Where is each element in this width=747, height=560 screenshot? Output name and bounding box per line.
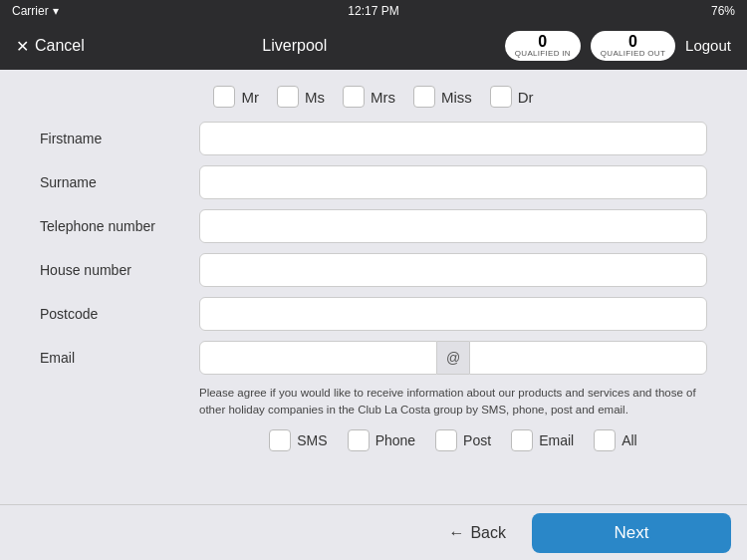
consent-email[interactable]: Email bbox=[511, 429, 574, 451]
postcode-label: Postcode bbox=[40, 306, 199, 322]
surname-row: Surname bbox=[40, 165, 707, 199]
qualified-in-value: 0 bbox=[538, 33, 547, 51]
wifi-icon: ▾ bbox=[53, 4, 59, 18]
title-option-dr[interactable]: Dr bbox=[490, 86, 534, 108]
email-domain-input[interactable] bbox=[469, 341, 707, 375]
consent-sms[interactable]: SMS bbox=[269, 429, 327, 451]
telephone-row: Telephone number bbox=[40, 209, 707, 243]
surname-label: Surname bbox=[40, 174, 199, 190]
consent-post[interactable]: Post bbox=[435, 429, 491, 451]
logout-button[interactable]: Logout bbox=[685, 37, 731, 54]
firstname-input[interactable] bbox=[199, 122, 707, 155]
checkbox-sms[interactable] bbox=[269, 429, 291, 451]
nav-right: 0 QUALIFIED IN 0 QUALIFIED OUT Logout bbox=[505, 31, 731, 61]
next-button[interactable]: Next bbox=[532, 513, 731, 553]
label-sms: SMS bbox=[297, 432, 327, 448]
checkbox-post[interactable] bbox=[435, 429, 457, 451]
at-symbol: @ bbox=[437, 341, 469, 375]
checkbox-mr[interactable] bbox=[213, 86, 235, 108]
checkbox-miss[interactable] bbox=[413, 86, 435, 108]
title-option-mrs[interactable]: Mrs bbox=[343, 86, 395, 108]
qualified-out-badge: 0 QUALIFIED OUT bbox=[591, 31, 675, 61]
checkbox-ms[interactable] bbox=[277, 86, 299, 108]
firstname-row: Firstname bbox=[40, 122, 707, 155]
house-number-label: House number bbox=[40, 262, 199, 278]
label-phone: Phone bbox=[375, 432, 415, 448]
back-button[interactable]: ← Back bbox=[432, 516, 522, 550]
checkbox-dr[interactable] bbox=[490, 86, 512, 108]
label-all: All bbox=[622, 432, 637, 448]
title-option-ms[interactable]: Ms bbox=[277, 86, 325, 108]
label-mr: Mr bbox=[241, 89, 259, 106]
postcode-input[interactable] bbox=[199, 297, 707, 331]
email-label: Email bbox=[40, 350, 199, 366]
label-ms: Ms bbox=[305, 89, 325, 106]
label-dr: Dr bbox=[518, 89, 534, 106]
telephone-input[interactable] bbox=[199, 209, 707, 243]
firstname-label: Firstname bbox=[40, 131, 199, 146]
location-label: Liverpool bbox=[262, 37, 327, 55]
qualified-out-value: 0 bbox=[628, 33, 637, 51]
title-option-mr[interactable]: Mr bbox=[213, 86, 259, 108]
consent-all[interactable]: All bbox=[594, 429, 637, 451]
cancel-label: Cancel bbox=[35, 37, 85, 55]
checkbox-mrs[interactable] bbox=[343, 86, 365, 108]
qualified-in-badge: 0 QUALIFIED IN bbox=[505, 31, 581, 61]
consent-phone[interactable]: Phone bbox=[348, 429, 415, 451]
consent-options-row: SMS Phone Post Email All bbox=[199, 429, 707, 451]
email-row: Email @ bbox=[40, 341, 707, 375]
close-icon: ✕ bbox=[16, 37, 29, 56]
cancel-button[interactable]: ✕ Cancel bbox=[16, 37, 85, 56]
back-label: Back bbox=[470, 524, 506, 542]
battery-label: 76% bbox=[711, 4, 735, 18]
consent-text: Please agree if you would like to receiv… bbox=[199, 385, 707, 420]
email-fields: @ bbox=[199, 341, 707, 375]
label-post: Post bbox=[463, 432, 491, 448]
qualified-in-label: QUALIFIED IN bbox=[515, 50, 571, 59]
main-content: Mr Ms Mrs Miss Dr Firstname Surname Tele… bbox=[0, 70, 747, 504]
checkbox-phone[interactable] bbox=[348, 429, 370, 451]
telephone-label: Telephone number bbox=[40, 218, 199, 234]
status-bar: Carrier ▾ 12:17 PM 76% bbox=[0, 0, 747, 22]
surname-input[interactable] bbox=[199, 165, 707, 199]
carrier-label: Carrier bbox=[12, 4, 49, 18]
checkbox-all[interactable] bbox=[594, 429, 616, 451]
qualified-out-label: QUALIFIED OUT bbox=[601, 50, 665, 59]
status-bar-right: 76% bbox=[711, 4, 735, 18]
label-mrs: Mrs bbox=[371, 89, 395, 106]
label-email: Email bbox=[539, 432, 574, 448]
house-number-input[interactable] bbox=[199, 253, 707, 287]
label-miss: Miss bbox=[441, 89, 472, 106]
top-nav: ✕ Cancel Liverpool 0 QUALIFIED IN 0 QUAL… bbox=[0, 22, 747, 70]
bottom-toolbar: ← Back Next bbox=[0, 504, 747, 560]
back-arrow-icon: ← bbox=[448, 524, 464, 542]
house-number-row: House number bbox=[40, 253, 707, 287]
postcode-row: Postcode bbox=[40, 297, 707, 331]
status-bar-time: 12:17 PM bbox=[348, 4, 398, 18]
status-bar-left: Carrier ▾ bbox=[12, 4, 59, 18]
email-local-input[interactable] bbox=[199, 341, 437, 375]
title-option-miss[interactable]: Miss bbox=[413, 86, 472, 108]
checkbox-email[interactable] bbox=[511, 429, 533, 451]
title-options-row: Mr Ms Mrs Miss Dr bbox=[40, 86, 707, 108]
